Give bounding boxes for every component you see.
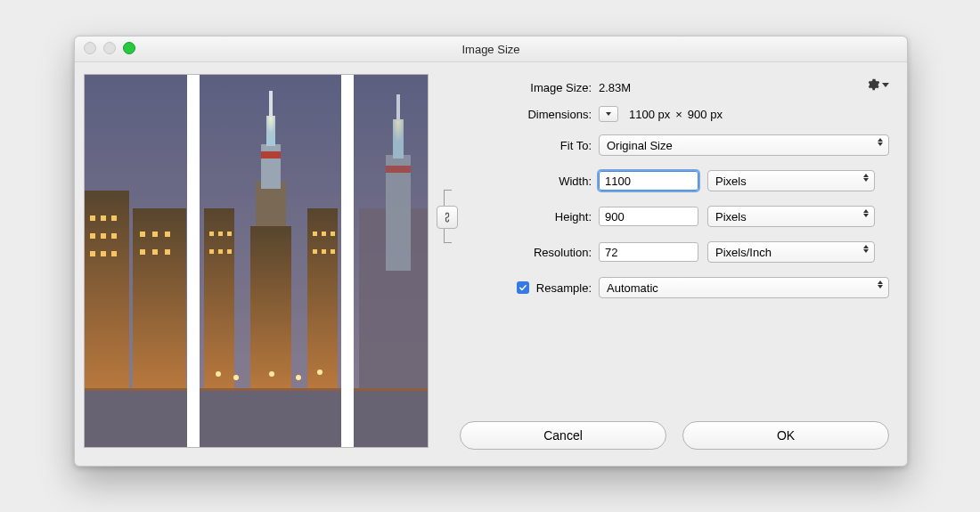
chevron-up-icon <box>878 280 883 284</box>
zoom-window-icon[interactable] <box>123 42 135 54</box>
svg-rect-25 <box>250 226 291 388</box>
svg-rect-9 <box>111 215 117 221</box>
image-size-dialog: Image Size <box>74 36 908 467</box>
svg-rect-19 <box>140 249 145 255</box>
svg-rect-37 <box>322 232 326 236</box>
svg-rect-35 <box>227 249 232 254</box>
dimensions-width: 1100 px <box>629 108 670 121</box>
chevron-down-icon <box>878 142 883 146</box>
chevron-down-icon <box>863 178 869 182</box>
width-units-value: Pixels <box>715 175 747 188</box>
resolution-units-value: Pixels/Inch <box>715 246 772 259</box>
chevron-down-icon <box>863 214 869 217</box>
ok-button-label: OK <box>777 428 795 443</box>
constrain-proportions-button[interactable] <box>437 206 458 229</box>
titlebar[interactable]: Image Size <box>75 37 907 62</box>
dimensions-times: × <box>670 108 688 121</box>
check-icon <box>519 283 527 292</box>
svg-rect-36 <box>313 232 317 236</box>
link-icon <box>442 211 453 223</box>
svg-rect-20 <box>152 249 158 255</box>
resample-checkbox[interactable] <box>517 281 529 294</box>
svg-rect-1 <box>85 388 428 447</box>
svg-rect-12 <box>111 233 117 239</box>
chevron-down-icon <box>863 249 869 253</box>
svg-point-46 <box>317 370 323 375</box>
svg-rect-13 <box>90 251 95 256</box>
svg-rect-11 <box>101 233 106 239</box>
svg-rect-34 <box>218 249 223 254</box>
chevron-down-icon <box>882 83 889 87</box>
fit-to-label: Fit To: <box>440 139 599 152</box>
svg-rect-30 <box>209 232 214 236</box>
fit-to-value: Original Size <box>607 139 673 152</box>
dimensions-height: 900 px <box>688 108 723 121</box>
width-units-select[interactable]: Pixels <box>707 170 875 191</box>
svg-rect-8 <box>101 215 106 221</box>
svg-point-44 <box>269 371 274 377</box>
svg-rect-28 <box>269 91 273 118</box>
gear-icon <box>866 77 880 92</box>
fit-to-select[interactable]: Original Size <box>599 134 889 156</box>
resample-value: Automatic <box>607 281 658 295</box>
svg-rect-17 <box>152 232 158 237</box>
svg-rect-39 <box>313 249 317 254</box>
chevron-up-icon <box>863 174 869 177</box>
svg-point-43 <box>233 375 239 380</box>
width-input[interactable] <box>599 171 698 191</box>
dialog-title: Image Size <box>461 43 519 56</box>
close-window-icon[interactable] <box>84 42 96 54</box>
svg-point-45 <box>296 375 301 380</box>
chevron-down-icon <box>878 285 883 289</box>
svg-rect-18 <box>165 232 170 237</box>
svg-rect-21 <box>165 249 170 255</box>
svg-rect-49 <box>393 119 404 158</box>
svg-rect-14 <box>101 251 106 256</box>
resample-select[interactable]: Automatic <box>599 277 889 298</box>
height-label: Height: <box>467 210 599 223</box>
height-units-select[interactable]: Pixels <box>707 206 875 227</box>
svg-rect-26 <box>261 144 281 189</box>
svg-rect-50 <box>386 166 411 173</box>
minimize-window-icon[interactable] <box>103 42 116 54</box>
height-units-value: Pixels <box>715 210 747 223</box>
chevron-up-icon <box>878 138 883 142</box>
preview-panel[interactable] <box>84 74 429 448</box>
svg-rect-7 <box>90 215 95 221</box>
height-input[interactable] <box>599 207 698 226</box>
chevron-up-icon <box>863 245 869 248</box>
ok-button[interactable]: OK <box>682 421 889 450</box>
width-label: Width: <box>467 175 599 188</box>
svg-rect-51 <box>396 94 400 121</box>
svg-point-42 <box>216 371 221 377</box>
image-size-value: 2.83M <box>599 81 631 94</box>
resample-label: Resample: <box>536 281 592 295</box>
form-panel: Image Size: 2.83M Dimensions: 1100 px × … <box>440 74 889 450</box>
svg-rect-10 <box>90 233 95 239</box>
dimensions-label: Dimensions: <box>440 108 599 121</box>
dimensions-units-button[interactable] <box>599 106 618 122</box>
svg-rect-33 <box>209 249 214 254</box>
svg-rect-41 <box>331 249 335 254</box>
svg-rect-27 <box>266 116 275 146</box>
svg-rect-31 <box>218 232 223 236</box>
settings-menu-button[interactable] <box>866 77 889 92</box>
svg-rect-29 <box>261 151 281 158</box>
svg-rect-2 <box>85 388 428 391</box>
image-size-label: Image Size: <box>440 81 599 94</box>
svg-rect-16 <box>140 232 145 237</box>
chevron-up-icon <box>863 209 869 213</box>
svg-rect-38 <box>331 232 335 236</box>
resolution-units-select[interactable]: Pixels/Inch <box>707 241 875 263</box>
cancel-button-label: Cancel <box>543 428 583 443</box>
svg-rect-4 <box>341 75 354 447</box>
chevron-down-icon <box>606 112 611 116</box>
resolution-input[interactable] <box>599 242 698 262</box>
cancel-button[interactable]: Cancel <box>460 421 666 450</box>
preview-image-icon <box>85 75 428 447</box>
svg-rect-3 <box>187 75 200 447</box>
svg-rect-32 <box>227 232 232 236</box>
svg-rect-40 <box>322 249 326 254</box>
svg-rect-15 <box>111 251 117 256</box>
